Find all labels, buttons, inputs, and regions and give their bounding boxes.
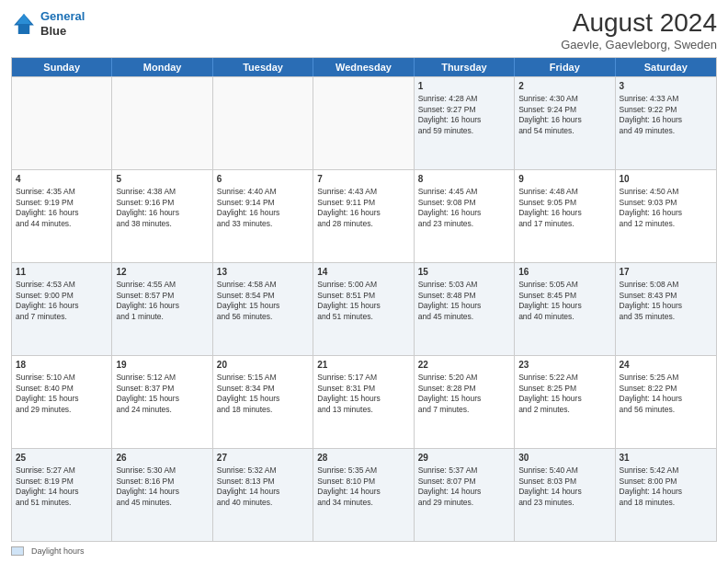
day-number: 3	[620, 80, 712, 93]
day-number: 2	[518, 80, 610, 93]
calendar-week: 11Sunrise: 4:53 AM Sunset: 9:00 PM Dayli…	[12, 262, 716, 355]
day-number: 31	[620, 452, 712, 465]
calendar-day: 19Sunrise: 5:12 AM Sunset: 8:37 PM Dayli…	[112, 356, 212, 448]
weekday-header: Sunday	[12, 58, 112, 76]
calendar-day: 16Sunrise: 5:05 AM Sunset: 8:45 PM Dayli…	[515, 263, 615, 355]
day-info: Sunrise: 5:42 AM Sunset: 8:00 PM Dayligh…	[620, 465, 683, 506]
day-number: 13	[217, 266, 309, 279]
day-info: Sunrise: 5:08 AM Sunset: 8:43 PM Dayligh…	[620, 280, 683, 320]
main-title: August 2024	[561, 9, 717, 38]
day-number: 16	[518, 266, 610, 279]
day-info: Sunrise: 4:45 AM Sunset: 9:08 PM Dayligh…	[418, 187, 482, 227]
calendar-day: 14Sunrise: 5:00 AM Sunset: 8:51 PM Dayli…	[313, 263, 414, 355]
day-number: 17	[620, 266, 712, 279]
calendar-day: 9Sunrise: 4:48 AM Sunset: 9:05 PM Daylig…	[515, 170, 615, 262]
calendar-day: 26Sunrise: 5:30 AM Sunset: 8:16 PM Dayli…	[112, 449, 212, 541]
calendar-day: 10Sunrise: 4:50 AM Sunset: 9:03 PM Dayli…	[616, 170, 716, 262]
day-number: 20	[217, 359, 309, 372]
day-info: Sunrise: 4:38 AM Sunset: 9:16 PM Dayligh…	[116, 187, 179, 227]
logo: General Blue	[11, 9, 85, 38]
day-info: Sunrise: 5:12 AM Sunset: 8:37 PM Dayligh…	[116, 373, 179, 413]
page-header: General Blue August 2024 Gaevle, Gaevleb…	[11, 9, 717, 52]
day-info: Sunrise: 5:00 AM Sunset: 8:51 PM Dayligh…	[317, 280, 381, 320]
calendar-day: 11Sunrise: 4:53 AM Sunset: 9:00 PM Dayli…	[12, 263, 112, 355]
day-info: Sunrise: 5:10 AM Sunset: 8:40 PM Dayligh…	[16, 373, 79, 413]
day-info: Sunrise: 5:37 AM Sunset: 8:07 PM Dayligh…	[418, 465, 482, 506]
day-info: Sunrise: 4:43 AM Sunset: 9:11 PM Dayligh…	[317, 187, 381, 227]
calendar-day: 30Sunrise: 5:40 AM Sunset: 8:03 PM Dayli…	[515, 449, 615, 541]
day-info: Sunrise: 5:22 AM Sunset: 8:25 PM Dayligh…	[518, 373, 582, 413]
calendar-header: SundayMondayTuesdayWednesdayThursdayFrid…	[12, 58, 716, 76]
calendar-day: 2Sunrise: 4:30 AM Sunset: 9:24 PM Daylig…	[515, 77, 615, 169]
calendar-day: 4Sunrise: 4:35 AM Sunset: 9:19 PM Daylig…	[12, 170, 112, 262]
day-number: 6	[217, 173, 309, 186]
day-info: Sunrise: 4:35 AM Sunset: 9:19 PM Dayligh…	[16, 187, 79, 227]
day-info: Sunrise: 5:15 AM Sunset: 8:34 PM Dayligh…	[217, 373, 280, 413]
day-info: Sunrise: 4:55 AM Sunset: 8:57 PM Dayligh…	[116, 280, 179, 320]
calendar-day: 3Sunrise: 4:33 AM Sunset: 9:22 PM Daylig…	[616, 77, 716, 169]
legend-box	[11, 546, 24, 556]
day-info: Sunrise: 4:53 AM Sunset: 9:00 PM Dayligh…	[16, 280, 79, 320]
weekday-header: Saturday	[616, 58, 716, 76]
day-number: 15	[418, 266, 510, 279]
calendar-body: 1Sunrise: 4:28 AM Sunset: 9:27 PM Daylig…	[12, 76, 716, 541]
calendar-day: 12Sunrise: 4:55 AM Sunset: 8:57 PM Dayli…	[112, 263, 212, 355]
weekday-header: Friday	[515, 58, 615, 76]
calendar-week: 25Sunrise: 5:27 AM Sunset: 8:19 PM Dayli…	[12, 448, 716, 541]
day-number: 27	[217, 452, 309, 465]
calendar-container: General Blue August 2024 Gaevle, Gaevleb…	[0, 0, 728, 563]
empty-cell	[112, 77, 212, 169]
day-number: 9	[518, 173, 610, 186]
calendar-day: 22Sunrise: 5:20 AM Sunset: 8:28 PM Dayli…	[415, 356, 515, 448]
title-block: August 2024 Gaevle, Gaevleborg, Sweden	[561, 9, 717, 52]
day-info: Sunrise: 5:05 AM Sunset: 8:45 PM Dayligh…	[518, 280, 582, 320]
day-info: Sunrise: 4:50 AM Sunset: 9:03 PM Dayligh…	[620, 187, 683, 227]
day-number: 26	[116, 452, 208, 465]
calendar-day: 17Sunrise: 5:08 AM Sunset: 8:43 PM Dayli…	[616, 263, 716, 355]
day-info: Sunrise: 4:40 AM Sunset: 9:14 PM Dayligh…	[217, 187, 280, 227]
day-number: 29	[418, 452, 510, 465]
logo-icon	[11, 11, 37, 37]
day-info: Sunrise: 5:35 AM Sunset: 8:10 PM Dayligh…	[317, 465, 381, 506]
day-number: 14	[317, 266, 409, 279]
legend: Daylight hours	[11, 546, 717, 556]
weekday-header: Thursday	[415, 58, 515, 76]
day-number: 11	[16, 266, 108, 279]
empty-cell	[313, 77, 414, 169]
calendar-day: 18Sunrise: 5:10 AM Sunset: 8:40 PM Dayli…	[12, 356, 112, 448]
day-info: Sunrise: 5:27 AM Sunset: 8:19 PM Dayligh…	[16, 465, 79, 506]
calendar-day: 27Sunrise: 5:32 AM Sunset: 8:13 PM Dayli…	[213, 449, 313, 541]
calendar-day: 31Sunrise: 5:42 AM Sunset: 8:00 PM Dayli…	[616, 449, 716, 541]
day-info: Sunrise: 5:20 AM Sunset: 8:28 PM Dayligh…	[418, 373, 482, 413]
day-info: Sunrise: 5:25 AM Sunset: 8:22 PM Dayligh…	[620, 373, 683, 413]
calendar-week: 4Sunrise: 4:35 AM Sunset: 9:19 PM Daylig…	[12, 169, 716, 262]
calendar-day: 5Sunrise: 4:38 AM Sunset: 9:16 PM Daylig…	[112, 170, 212, 262]
calendar-day: 29Sunrise: 5:37 AM Sunset: 8:07 PM Dayli…	[415, 449, 515, 541]
day-number: 4	[16, 173, 108, 186]
day-number: 18	[16, 359, 108, 372]
logo-line2: Blue	[40, 24, 85, 39]
day-number: 7	[317, 173, 409, 186]
day-number: 5	[116, 173, 208, 186]
day-number: 30	[518, 452, 610, 465]
day-number: 1	[418, 80, 510, 93]
calendar-day: 6Sunrise: 4:40 AM Sunset: 9:14 PM Daylig…	[213, 170, 313, 262]
logo-line1: General	[40, 9, 85, 24]
calendar-day: 25Sunrise: 5:27 AM Sunset: 8:19 PM Dayli…	[12, 449, 112, 541]
subtitle: Gaevle, Gaevleborg, Sweden	[561, 38, 717, 52]
calendar-day: 1Sunrise: 4:28 AM Sunset: 9:27 PM Daylig…	[415, 77, 515, 169]
day-info: Sunrise: 4:30 AM Sunset: 9:24 PM Dayligh…	[518, 94, 582, 134]
logo-text: General Blue	[40, 9, 85, 38]
day-number: 10	[620, 173, 712, 186]
calendar-day: 24Sunrise: 5:25 AM Sunset: 8:22 PM Dayli…	[616, 356, 716, 448]
day-number: 24	[620, 359, 712, 372]
calendar-week: 18Sunrise: 5:10 AM Sunset: 8:40 PM Dayli…	[12, 355, 716, 448]
calendar-day: 15Sunrise: 5:03 AM Sunset: 8:48 PM Dayli…	[415, 263, 515, 355]
day-info: Sunrise: 5:32 AM Sunset: 8:13 PM Dayligh…	[217, 465, 280, 506]
calendar-day: 21Sunrise: 5:17 AM Sunset: 8:31 PM Dayli…	[313, 356, 414, 448]
empty-cell	[12, 77, 112, 169]
day-number: 8	[418, 173, 510, 186]
calendar: SundayMondayTuesdayWednesdayThursdayFrid…	[11, 57, 717, 542]
calendar-day: 28Sunrise: 5:35 AM Sunset: 8:10 PM Dayli…	[313, 449, 414, 541]
day-info: Sunrise: 4:33 AM Sunset: 9:22 PM Dayligh…	[620, 94, 683, 134]
